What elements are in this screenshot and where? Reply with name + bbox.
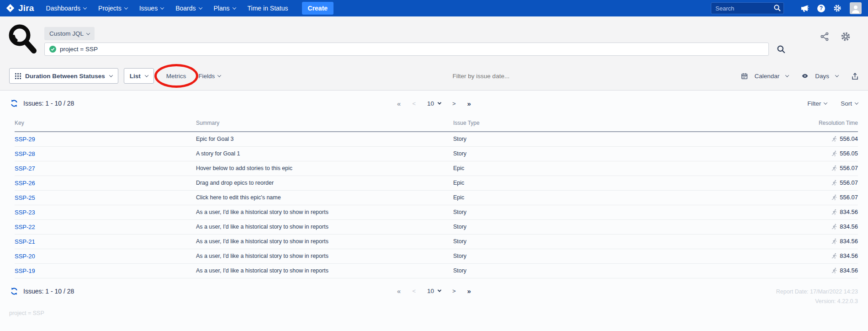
resolution-time-value: 834.56 xyxy=(840,208,858,215)
calendar-icon xyxy=(741,73,748,80)
table-row: SSP-28 A story for Goal 1 Story 556.05 xyxy=(15,146,858,161)
last-page-button[interactable]: » xyxy=(467,287,471,295)
issue-summary: Click here to edit this epic's name xyxy=(196,190,453,205)
sort-dropdown[interactable]: Sort xyxy=(841,100,858,107)
nav-search-input[interactable] xyxy=(711,2,784,14)
chevron-down-icon xyxy=(83,5,87,9)
issue-key-link[interactable]: SSP-20 xyxy=(15,253,35,260)
first-page-button[interactable]: « xyxy=(397,100,401,107)
resolution-time-value: 556.07 xyxy=(840,165,858,171)
column-header-issue-type: Issue Type xyxy=(453,120,731,132)
issue-key-link[interactable]: SSP-22 xyxy=(15,224,35,230)
issue-key-link[interactable]: SSP-29 xyxy=(15,136,35,143)
issue-summary: As a user, I'd like a historical story t… xyxy=(196,263,453,278)
refresh-icon[interactable] xyxy=(10,287,18,295)
jql-row: project = SSP xyxy=(44,43,787,56)
in-progress-runner-icon xyxy=(831,253,837,259)
in-progress-runner-icon xyxy=(831,165,837,171)
in-progress-runner-icon xyxy=(831,136,837,142)
table-row: SSP-27 Hover below to add stories to thi… xyxy=(15,161,858,176)
issue-type: Story xyxy=(453,234,731,249)
time-unit-dropdown[interactable]: Days xyxy=(801,72,838,80)
metrics-tab[interactable]: Metrics xyxy=(166,73,186,80)
chevron-down-icon xyxy=(124,5,127,9)
column-header-resolution-time: Resolution Time xyxy=(731,120,858,132)
issue-type: Story xyxy=(453,205,731,219)
announcements-icon[interactable] xyxy=(800,4,809,13)
top-navbar: Jira Dashboards Projects Issues Boards P… xyxy=(0,0,868,16)
issue-date-filter-wrap xyxy=(221,72,741,80)
report-settings-gear-icon[interactable] xyxy=(841,32,851,42)
table-row: SSP-20 As a user, I'd like a historical … xyxy=(15,249,858,263)
fields-dropdown[interactable]: Fields xyxy=(198,73,221,80)
page-size-dropdown[interactable]: 10 xyxy=(427,288,441,294)
issue-date-filter-input[interactable] xyxy=(426,73,536,80)
footer-count-group: Issues: 1 - 10 / 28 xyxy=(10,287,397,295)
nav-item-plans[interactable]: Plans xyxy=(214,5,236,12)
brand-text: Jira xyxy=(18,3,34,13)
chevron-down-icon xyxy=(855,101,858,104)
last-page-button[interactable]: » xyxy=(467,100,471,107)
page-size-dropdown[interactable]: 10 xyxy=(427,100,441,107)
create-button[interactable]: Create xyxy=(302,2,334,15)
chevron-down-icon xyxy=(160,5,164,9)
prev-page-button[interactable]: < xyxy=(412,100,416,107)
next-page-button[interactable]: > xyxy=(452,288,456,294)
nav-item-issues[interactable]: Issues xyxy=(139,5,164,12)
table-row: SSP-19 As a user, I'd like a historical … xyxy=(15,263,858,278)
jql-mode-dropdown[interactable]: Custom JQL xyxy=(44,27,95,40)
nav-item-time-in-status[interactable]: Time in Status xyxy=(248,5,288,12)
chevron-down-icon xyxy=(198,5,202,9)
filter-dropdown[interactable]: Filter xyxy=(807,100,827,107)
view-mode-dropdown[interactable]: List xyxy=(124,68,154,84)
issue-key-link[interactable]: SSP-19 xyxy=(15,267,35,274)
user-avatar[interactable] xyxy=(850,2,862,14)
jira-logo[interactable]: Jira xyxy=(5,3,34,13)
issue-key-link[interactable]: SSP-23 xyxy=(15,209,35,216)
issue-table: Key Summary Issue Type Resolution Time S… xyxy=(15,120,858,278)
share-icon[interactable] xyxy=(820,32,830,42)
chevron-down-icon xyxy=(109,73,113,77)
nav-item-dashboards[interactable]: Dashboards xyxy=(46,5,87,12)
report-date: Report Date: 17/Mar/2022 14:23 xyxy=(776,287,858,297)
nav-item-boards[interactable]: Boards xyxy=(175,5,201,12)
next-page-button[interactable]: > xyxy=(452,100,456,107)
nav-search xyxy=(711,2,784,14)
prev-page-button[interactable]: < xyxy=(412,288,416,294)
results-section: Issues: 1 - 10 / 28 « < 10 > » Filter So… xyxy=(0,91,868,331)
issue-key-link[interactable]: SSP-21 xyxy=(15,238,35,245)
column-header-summary: Summary xyxy=(196,120,453,132)
issue-key-link[interactable]: SSP-26 xyxy=(15,180,35,187)
first-page-button[interactable]: « xyxy=(397,287,401,295)
toolbar-right: Calendar Days xyxy=(741,72,859,80)
issues-count: Issues: 1 - 10 / 28 xyxy=(23,100,74,107)
in-progress-runner-icon xyxy=(831,209,837,215)
help-icon[interactable]: ? xyxy=(817,5,825,12)
refresh-icon[interactable] xyxy=(10,99,18,107)
calendar-dropdown[interactable]: Calendar xyxy=(741,73,789,80)
issue-type: Epic xyxy=(453,176,731,190)
search-icon xyxy=(773,4,781,14)
chevron-down-icon xyxy=(438,288,441,292)
issue-key-link[interactable]: SSP-25 xyxy=(15,194,35,201)
issue-key-link[interactable]: SSP-28 xyxy=(15,150,35,157)
pagination-bottom: « < 10 > » xyxy=(397,287,471,295)
issue-summary: Hover below to add stories to this epic xyxy=(196,161,453,176)
settings-gear-icon[interactable] xyxy=(833,4,842,12)
nav-item-projects[interactable]: Projects xyxy=(98,5,127,12)
resolution-time-value: 556.05 xyxy=(840,150,858,157)
export-icon[interactable] xyxy=(851,72,859,80)
issue-key-link[interactable]: SSP-27 xyxy=(15,165,35,172)
issue-type: Story xyxy=(453,263,731,278)
issue-type: Epic xyxy=(453,161,731,176)
jql-query-input[interactable]: project = SSP xyxy=(44,43,769,56)
run-query-search-button[interactable] xyxy=(776,44,787,55)
eye-icon xyxy=(801,72,809,80)
filter-sort-group: Filter Sort xyxy=(807,100,858,107)
report-type-dropdown[interactable]: Duration Between Statuses xyxy=(9,68,118,84)
resolution-time-value: 556.07 xyxy=(840,179,858,186)
table-header-row: Key Summary Issue Type Resolution Time xyxy=(15,120,858,132)
issue-type: Epic xyxy=(453,190,731,205)
jql-app-logo-magnifier-icon xyxy=(6,22,40,57)
chevron-down-icon xyxy=(232,5,236,9)
